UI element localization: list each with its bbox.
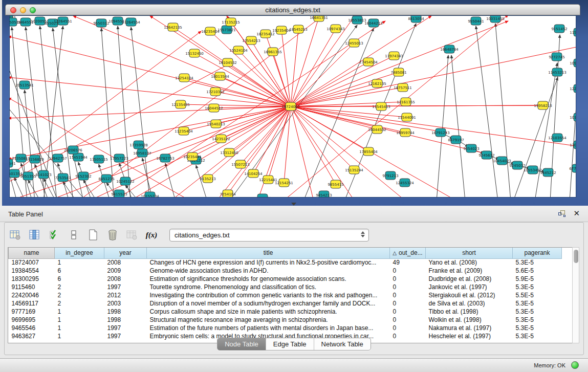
graph-node[interactable]: 11453213 [548,68,567,76]
graph-node[interactable]: 17554213 [242,36,260,45]
graph-node[interactable]: 13055242 [570,141,576,149]
table-cell[interactable]: Estimation of the future numbers of pati… [147,324,390,332]
table-cell[interactable]: 5.3E-5 [513,316,562,324]
column-header-name[interactable]: name [9,248,55,258]
table-cell[interactable]: 19384554 [9,267,55,275]
table-cell[interactable]: Structural magnetic resonance image aver… [147,316,390,324]
table-cell[interactable]: 0 [390,299,426,308]
tab-network-table[interactable]: Network Table [314,338,371,350]
table-cell[interactable]: 0 [390,267,426,275]
table-cell[interactable]: 5.9E-5 [513,275,562,283]
column-header-pagerank[interactable]: pagerank [513,248,562,258]
table-cell[interactable]: 2 [55,283,104,291]
graph-node[interactable]: 17210352 [206,87,225,96]
table-cell[interactable]: 0 [390,283,426,291]
graph-node[interactable]: 13942757 [49,154,67,162]
graph-node[interactable]: 16648784 [440,45,459,53]
table-cell[interactable]: 0 [390,291,426,299]
table-settings-icon[interactable] [9,228,22,242]
graph-node[interactable]: 9051355 [20,172,36,180]
minimize-window-icon[interactable] [20,7,26,13]
graph-node[interactable]: 10974343 [326,25,345,33]
graph-node[interactable]: 9791213 [382,171,398,180]
delete-icon[interactable] [106,228,119,242]
table-cell[interactable]: 1997 [104,283,147,291]
column-header-year[interactable]: year [104,248,147,258]
function-builder-icon[interactable]: f(x) [145,228,158,242]
graph-node[interactable]: 11548008 [570,28,576,36]
graph-node[interactable]: 10031455 [486,16,505,23]
table-row[interactable]: 969969511998Structural magnetic resonanc… [9,316,562,324]
close-window-icon[interactable] [10,7,16,13]
table-cell[interactable]: 6 [55,267,104,275]
scrollbar-thumb[interactable] [574,250,578,263]
table-cell[interactable]: Nakamura et al. (1997) [426,324,513,332]
table-cell[interactable]: 1998 [104,316,147,324]
graph-node[interactable]: 16782753 [156,154,175,162]
table-cell[interactable]: 18300295 [9,275,55,283]
row-height-icon[interactable] [67,228,80,242]
table-cell[interactable]: 22420046 [9,291,55,299]
table-cell[interactable]: 5.3E-5 [513,299,562,308]
network-graph[interactable]: 5520712115505119464551102005518550213122… [10,16,576,198]
table-cell[interactable]: de Silva et al. (2003) [426,299,513,308]
table-cell[interactable]: Tibbo et al. (1998) [426,308,513,316]
table-scrollbar[interactable] [572,247,579,343]
graph-node[interactable]: 12455324 [396,179,414,187]
table-cell[interactable]: 5.3E-5 [513,308,562,316]
graph-node[interactable]: 10553813 [348,16,366,24]
graph-node[interactable]: 17454504 [359,58,378,66]
table-cell[interactable]: 0 [390,324,426,332]
table-cell[interactable]: 2012 [104,291,147,299]
table-cell[interactable]: Disruption of a novel member of a sodium… [147,299,390,308]
graph-node[interactable]: 10454023 [493,157,511,165]
graph-node[interactable]: 9550441 [468,17,484,25]
graph-node[interactable]: 12135455 [171,100,190,108]
graph-node[interactable]: 15135244 [345,166,363,174]
graph-node[interactable]: 9245032 [509,161,525,169]
graph-node[interactable]: 10973483 [570,59,576,67]
table-cell[interactable]: Wolkin et al. (1998) [426,316,513,324]
graph-node[interactable]: 16791213 [431,128,450,137]
graph-node[interactable]: 17135215 [222,18,240,26]
graph-node[interactable]: 15524104 [229,46,248,54]
node-table[interactable]: namein_degreeyeartitle△out_de...shortpag… [8,248,562,340]
tab-edge-table[interactable]: Edge Table [266,338,314,350]
graph-node[interactable]: 19235404 [272,26,291,34]
graph-node[interactable]: 16044532 [368,125,386,134]
graph-node[interactable]: 6775123 [569,164,576,172]
table-cell[interactable]: 9699695 [9,316,55,324]
table-cell[interactable]: 2 [55,291,104,299]
graph-node[interactable]: 9445212 [540,168,556,177]
graph-node[interactable]: 10153552 [570,113,576,121]
table-cell[interactable]: 1 [55,316,104,324]
table-cell[interactable]: Estimation of significance thresholds fo… [147,275,390,283]
table-cell[interactable]: 2003 [104,299,147,308]
table-row[interactable]: 1938455462009Genome-wide association stu… [9,267,562,275]
table-cell[interactable]: 5.3E-5 [513,324,562,332]
graph-node[interactable]: 15540213 [207,120,225,128]
table-cell[interactable]: 49 [390,258,426,267]
graph-node[interactable]: 16959744 [396,128,415,137]
close-panel-icon[interactable]: ✕ [573,209,580,218]
table-cell[interactable]: 5.6E-5 [513,267,562,275]
table-cell[interactable]: 14569117 [9,299,55,308]
table-cell[interactable]: Changes of HCN gene expression and I(f) … [147,258,390,267]
graph-node[interactable]: 12642135 [164,23,182,31]
graph-node[interactable]: 17359928 [129,141,148,149]
graph-node[interactable]: 9550312 [93,19,109,27]
graph-node[interactable]: 7254104 [220,190,236,198]
graph-node[interactable]: 9151452 [551,25,567,33]
table-cell[interactable]: Stergiakouli et al. (2012) [426,291,513,299]
table-cell[interactable]: 2 [55,299,104,308]
network-window-titlebar[interactable]: citations_edges.txt [5,4,580,15]
table-cell[interactable]: Dudbridge et al. (2008) [426,275,513,283]
graph-node[interactable]: 12103554 [548,134,567,142]
graph-node[interactable]: 16044213 [364,19,383,27]
table-cell[interactable]: 9115460 [9,283,55,291]
graph-node[interactable]: 15958213 [534,101,552,110]
graph-node[interactable]: 12162135 [368,79,386,87]
graph-node[interactable]: 13254104 [175,74,193,82]
table-cell[interactable]: Yano et al. (2008) [426,258,513,267]
graph-node[interactable]: 12215013 [570,84,576,93]
